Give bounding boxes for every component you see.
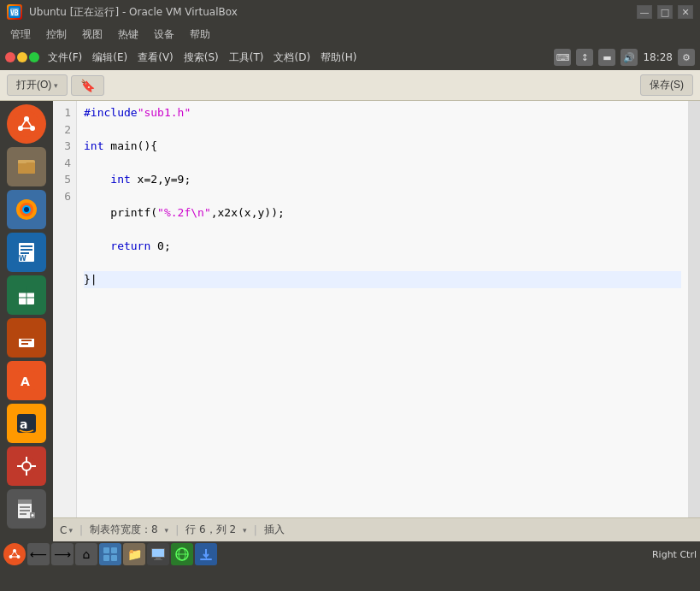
svg-rect-29 <box>21 340 32 341</box>
vbox-menu-manage[interactable]: 管理 <box>3 26 38 44</box>
svg-rect-19 <box>21 249 32 251</box>
tab-width[interactable]: 制表符宽度：8 <box>90 523 158 537</box>
insert-mode: 插入 <box>264 523 285 537</box>
menu-tools[interactable]: 工具(T) <box>224 49 269 67</box>
text-editor-icon[interactable] <box>7 489 46 529</box>
svg-text:VB: VB <box>10 9 19 17</box>
svg-rect-58 <box>103 555 109 561</box>
menu-view[interactable]: 查看(V) <box>132 49 179 67</box>
libreoffice-calc-icon[interactable] <box>7 275 46 315</box>
svg-rect-30 <box>21 343 28 345</box>
software-center-icon[interactable]: A <box>7 361 46 400</box>
libreoffice-writer-icon[interactable]: W <box>7 233 46 272</box>
svg-rect-28 <box>19 328 34 339</box>
taskbar-download-icon[interactable] <box>195 543 217 565</box>
taskbar-forward-icon[interactable]: ⟶ <box>51 543 74 565</box>
language-label: C <box>60 524 67 536</box>
svg-rect-67 <box>200 558 212 560</box>
files-icon[interactable] <box>7 147 46 186</box>
vbox-menu-help[interactable]: 帮助 <box>183 26 217 44</box>
open-dropdown-icon: ▾ <box>54 81 58 90</box>
bookmark-button[interactable]: 🔖 <box>71 75 104 96</box>
system-tools-icon[interactable] <box>7 446 46 486</box>
libreoffice-impress-icon[interactable] <box>7 318 46 358</box>
svg-rect-42 <box>18 499 32 504</box>
svg-rect-57 <box>111 547 117 553</box>
position-dropdown-icon: ▾ <box>243 526 247 535</box>
ubuntu-taskbar: ⟵ ⟶ ⌂ 📁 Right Ctrl <box>0 541 700 567</box>
panel-right: ⌨ ↕ ▬ 🔊 18:28 ⚙ <box>554 49 695 66</box>
main-area: W A <box>0 101 700 541</box>
svg-rect-63 <box>154 559 162 560</box>
title-bar: VB Ubuntu [正在运行] - Oracle VM VirtualBox … <box>0 0 700 24</box>
vbox-menu-devices[interactable]: 设备 <box>147 26 181 44</box>
clock: 18:28 <box>643 51 673 63</box>
editor-content[interactable]: 1 2 3 4 5 6 #include"sub1.h" int main(){… <box>53 101 700 517</box>
language-dropdown-icon: ▾ <box>68 526 73 535</box>
code-line-3: int x=2,y=9; <box>84 171 681 188</box>
taskbar-network-icon[interactable] <box>171 543 193 565</box>
code-line-2: int main(){ <box>84 138 681 155</box>
svg-rect-59 <box>111 555 117 561</box>
taskbar-display-icon[interactable] <box>147 543 169 565</box>
minimize-window-button[interactable] <box>17 52 27 62</box>
close-window-button[interactable] <box>5 52 15 62</box>
settings-icon[interactable]: ⚙ <box>678 49 695 66</box>
svg-rect-56 <box>103 547 109 553</box>
save-button[interactable]: 保存(S) <box>640 74 693 96</box>
code-editor[interactable]: #include"sub1.h" int main(){ int x=2,y=9… <box>77 101 688 517</box>
window-controls: — □ ✕ <box>637 5 693 19</box>
vbox-menu-view[interactable]: 视图 <box>75 26 109 44</box>
menu-help[interactable]: 帮助(H) <box>315 49 362 67</box>
volume-icon: 🔊 <box>621 49 638 66</box>
firefox-icon[interactable] <box>7 190 46 229</box>
right-ctrl-label: Right Ctrl <box>652 549 697 560</box>
vbox-menu-control[interactable]: 控制 <box>39 26 74 44</box>
code-line-5: return 0; <box>84 238 681 255</box>
cursor-position: 行 6，列 2 <box>185 523 236 537</box>
language-selector[interactable]: C ▾ <box>60 524 73 536</box>
line-numbers: 1 2 3 4 5 6 <box>53 101 77 517</box>
panel-left <box>5 52 39 62</box>
svg-point-3 <box>14 111 39 137</box>
open-label: 打开(O) <box>16 78 51 92</box>
menu-search[interactable]: 搜索(S) <box>179 49 224 67</box>
svg-point-16 <box>24 207 29 212</box>
menu-documents[interactable]: 文档(D) <box>268 49 315 67</box>
code-line-4: printf("%.2f\n",x2x(x,y)); <box>84 204 681 222</box>
svg-rect-12 <box>18 160 26 163</box>
svg-rect-18 <box>21 245 32 247</box>
taskbar-home-icon[interactable]: ⌂ <box>75 543 97 565</box>
maximize-window-button[interactable] <box>29 52 39 62</box>
taskbar-back-icon[interactable]: ⟵ <box>27 543 50 565</box>
keyboard-icon: ⌨ <box>554 49 571 66</box>
virtualbox-icon: VB <box>7 4 22 20</box>
ubuntu-top-panel: 文件(F) 编辑(E) 查看(V) 搜索(S) 工具(T) 文档(D) 帮助(H… <box>0 44 700 70</box>
virtualbox-menu: 管理 控制 视图 热键 设备 帮助 <box>0 24 700 44</box>
menu-edit[interactable]: 编辑(E) <box>87 49 132 67</box>
code-line-6: }| <box>84 271 681 288</box>
taskbar-files-icon[interactable]: 📁 <box>123 543 145 565</box>
minimize-button[interactable]: — <box>637 5 652 19</box>
svg-text:W: W <box>19 255 26 263</box>
taskbar-ubuntu-icon[interactable] <box>3 543 26 565</box>
editor-area: 1 2 3 4 5 6 #include"sub1.h" int main(){… <box>53 101 700 541</box>
svg-point-49 <box>7 547 22 562</box>
app-menu-bar: 文件(F) 编辑(E) 查看(V) 搜索(S) 工具(T) 文档(D) 帮助(H… <box>43 49 362 67</box>
code-line-1: #include"sub1.h" <box>84 104 681 121</box>
close-button[interactable]: ✕ <box>678 5 693 19</box>
vertical-scrollbar[interactable] <box>688 101 700 517</box>
status-bar: C ▾ | 制表符宽度：8 ▾ | 行 6，列 2 ▾ | 插入 <box>53 517 700 541</box>
svg-rect-11 <box>18 163 35 174</box>
taskbar-app-icon[interactable] <box>99 543 121 565</box>
svg-rect-61 <box>152 549 164 557</box>
svg-rect-62 <box>156 558 161 559</box>
open-button[interactable]: 打开(O) ▾ <box>7 74 68 96</box>
maximize-button[interactable]: □ <box>657 5 673 19</box>
amazon-icon[interactable]: a <box>7 404 46 443</box>
menu-file[interactable]: 文件(F) <box>43 49 87 67</box>
vbox-menu-hotkey[interactable]: 热键 <box>111 26 145 44</box>
ubuntu-home-icon[interactable] <box>7 104 46 144</box>
window-title: Ubuntu [正在运行] - Oracle VM VirtualBox <box>29 5 630 20</box>
svg-text:a: a <box>20 417 27 431</box>
